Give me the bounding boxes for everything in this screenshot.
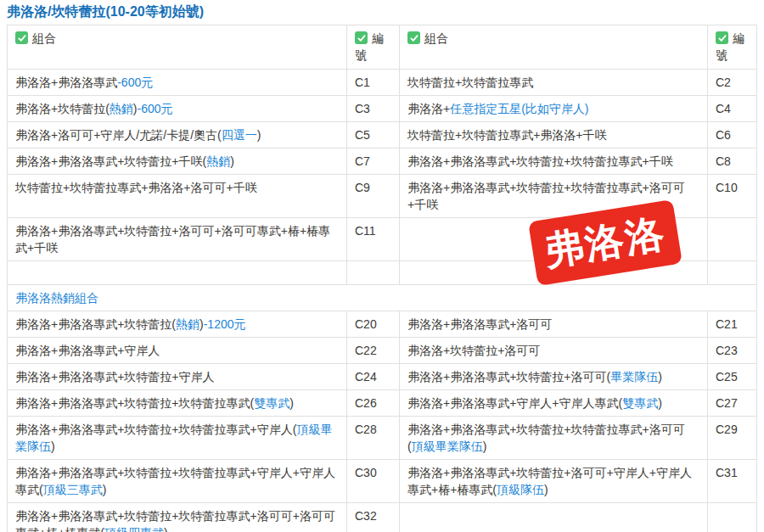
code-cell[interactable]: C32 (347, 503, 400, 532)
combo-cell[interactable]: 弗洛洛+弗洛洛專武+坎特蕾拉+坎特蕾拉專武+守岸人+守岸人專武(頂級三專武) (8, 460, 347, 503)
combo-text: 坎特蕾拉+坎特蕾拉專武 (407, 76, 533, 89)
combo-cell[interactable]: 弗洛洛+弗洛洛專武+坎特蕾拉+洛可可(畢業隊伍) (400, 364, 708, 390)
highlight-text: 熱銷 (176, 317, 199, 331)
code-cell[interactable]: C31 (708, 460, 757, 503)
code-cell[interactable]: C7 (347, 148, 400, 175)
code-cell[interactable] (708, 261, 757, 285)
header-combo-left: 組合 (8, 25, 347, 70)
code-cell[interactable] (708, 503, 757, 532)
combo-cell[interactable]: 弗洛洛+弗洛洛專武+坎特蕾拉+坎特蕾拉專武+守岸人(頂級畢業隊伍) (8, 417, 347, 460)
table-row: 弗洛洛+弗洛洛專武+守岸人C22弗洛洛+坎特蕾拉+洛可可C23 (8, 338, 757, 364)
table-row: 弗洛洛+弗洛洛專武+坎特蕾拉+坎特蕾拉專武+洛可可+洛可可專武+椿+椿專武(頂級… (8, 503, 757, 532)
combo-cell[interactable]: 弗洛洛+弗洛洛專武+坎特蕾拉+坎特蕾拉專武(雙專武) (8, 390, 347, 417)
checkbox-checked-icon[interactable] (716, 31, 728, 44)
highlight-text: 頂級三專武 (43, 483, 103, 496)
combo-cell[interactable]: 弗洛洛+弗洛洛專武+坎特蕾拉+坎特蕾拉專武+洛可可+洛可可專武+椿+椿專武(頂級… (8, 503, 347, 532)
combo-table: 組合 編號 編號組合 編號 弗洛洛+弗洛洛專武-600元C1坎特蕾拉+坎特蕾拉專… (7, 25, 757, 532)
header-combo-right: 編號組合 (400, 25, 708, 70)
page-title: 弗洛洛/坎特蕾拉(10-20等初始號) (7, 3, 764, 21)
code-cell[interactable]: C6 (708, 122, 757, 148)
combo-cell[interactable]: 弗洛洛+弗洛洛專武+坎特蕾拉+坎特蕾拉專武+千咲 (400, 148, 708, 175)
combo-cell[interactable]: 坎特蕾拉+坎特蕾拉專武+弗洛洛+洛可可+千咲 (8, 175, 347, 218)
table-row: 弗洛洛+弗洛洛專武+坎特蕾拉+坎特蕾拉專武+守岸人(頂級畢業隊伍)C28弗洛洛+… (8, 417, 757, 460)
combo-text: ) (483, 440, 487, 453)
table-row: 弗洛洛+弗洛洛專武+坎特蕾拉+守岸人C24弗洛洛+弗洛洛專武+坎特蕾拉+洛可可(… (8, 364, 757, 390)
combo-text: 弗洛洛+弗洛洛專武 (15, 76, 117, 89)
code-cell[interactable]: C26 (347, 390, 400, 417)
checkbox-checked-icon[interactable] (15, 31, 28, 44)
code-cell[interactable]: C20 (347, 311, 400, 338)
code-cell[interactable]: C8 (708, 148, 757, 175)
combo-text: 弗洛洛+弗洛洛專武+坎特蕾拉+坎特蕾拉專武+守岸人( (15, 423, 296, 436)
combo-text: 弗洛洛+弗洛洛專武+坎特蕾拉+洛可可+守岸人+守岸人專武+椿+椿專武( (407, 466, 692, 496)
code-cell[interactable]: C2 (708, 70, 757, 96)
combo-cell[interactable]: 弗洛洛+坎特蕾拉+洛可可 (400, 338, 708, 364)
table-row: 弗洛洛+弗洛洛專武+坎特蕾拉+坎特蕾拉專武+守岸人+守岸人專武(頂級三專武)C3… (8, 460, 757, 503)
combo-text: 弗洛洛+弗洛洛專武+守岸人 (15, 344, 160, 357)
code-cell[interactable]: C5 (347, 122, 400, 148)
code-cell[interactable]: C22 (347, 338, 400, 364)
combo-cell[interactable]: 弗洛洛+任意指定五星(比如守岸人) (400, 96, 708, 122)
combo-cell[interactable]: 坎特蕾拉+坎特蕾拉專武+弗洛洛+千咲 (400, 122, 708, 148)
section-title[interactable]: 弗洛洛熱銷組合 (8, 285, 757, 311)
table-header: 組合 編號 編號組合 編號 (8, 25, 757, 70)
code-cell[interactable]: C4 (708, 96, 757, 122)
table-row: 弗洛洛+弗洛洛專武+坎特蕾拉+千咲(熱銷)C7弗洛洛+弗洛洛專武+坎特蕾拉+坎特… (8, 148, 757, 175)
highlight-text: 雙專武 (622, 396, 658, 410)
code-cell[interactable]: C25 (708, 364, 757, 390)
combo-text: ) (257, 128, 261, 142)
checkbox-checked-icon[interactable] (355, 31, 368, 44)
combo-cell[interactable]: 弗洛洛+弗洛洛專武+坎特蕾拉+洛可可+守岸人+守岸人專武+椿+椿專武(頂級隊伍) (400, 460, 708, 503)
code-cell[interactable] (708, 218, 757, 261)
combo-cell[interactable] (400, 503, 708, 532)
code-cell[interactable]: C24 (347, 364, 400, 390)
combo-text: ) (544, 483, 548, 496)
header-label: 組合 (32, 31, 56, 45)
combo-text: 弗洛洛+坎特蕾拉( (15, 102, 110, 115)
highlight-text: 四選一 (222, 128, 257, 142)
combo-text: ) (658, 370, 662, 384)
code-cell[interactable]: C11 (347, 218, 400, 261)
code-cell[interactable]: C10 (708, 175, 757, 218)
combo-cell[interactable]: 弗洛洛+坎特蕾拉(熱銷)-600元 (8, 96, 347, 122)
combo-cell[interactable] (8, 261, 347, 285)
highlight-text: -1200元 (204, 317, 246, 331)
code-cell[interactable]: C23 (708, 338, 757, 364)
combo-text: 弗洛洛+弗洛洛專武+坎特蕾拉( (15, 317, 176, 331)
code-cell[interactable]: C29 (708, 417, 757, 460)
table-row: 弗洛洛+弗洛洛專武+坎特蕾拉+坎特蕾拉專武(雙專武)C26弗洛洛+弗洛洛專武+守… (8, 390, 757, 417)
header-code-left: 編號 (347, 25, 400, 70)
highlight-text: 畢業隊伍 (610, 370, 658, 384)
combo-cell[interactable]: 弗洛洛+弗洛洛專武+坎特蕾拉+守岸人 (8, 364, 347, 390)
combo-cell[interactable]: 弗洛洛+弗洛洛專武-600元 (8, 70, 347, 96)
highlight-text: 雙專武 (254, 396, 289, 410)
code-cell[interactable]: C30 (347, 460, 400, 503)
highlight-text: 頂級四專武 (104, 526, 164, 532)
combo-cell[interactable]: 弗洛洛+弗洛洛專武+守岸人 (8, 338, 347, 364)
highlight-text: -600元 (117, 76, 153, 89)
combo-text: 弗洛洛+弗洛洛專武+守岸人+守岸人專武( (407, 396, 622, 410)
checkbox-checked-icon[interactable] (407, 31, 420, 44)
code-cell[interactable]: C9 (347, 175, 400, 218)
combo-cell[interactable]: 弗洛洛+弗洛洛專武+洛可可 (400, 311, 708, 338)
table-row: 弗洛洛+弗洛洛專武+坎特蕾拉(熱銷)-1200元C20弗洛洛+弗洛洛專武+洛可可… (8, 311, 757, 338)
code-cell[interactable] (347, 261, 400, 285)
highlight-text: 頂級畢業隊伍 (412, 440, 483, 453)
combo-cell[interactable]: 弗洛洛+洛可可+守岸人/尤諾/卡提/奧古(四選一) (8, 122, 347, 148)
combo-text: 弗洛洛+弗洛洛專武+坎特蕾拉+洛可可+洛可可專武+椿+椿專武+千咲 (15, 224, 330, 255)
code-cell[interactable]: C1 (347, 70, 400, 96)
combo-cell[interactable]: 弗洛洛+弗洛洛專武+坎特蕾拉(熱銷)-1200元 (8, 311, 347, 338)
combo-cell[interactable]: 弗洛洛+弗洛洛專武+坎特蕾拉+千咲(熱銷) (8, 148, 347, 175)
combo-text: 弗洛洛+洛可可+守岸人/尤諾/卡提/奧古( (15, 128, 222, 142)
code-cell[interactable]: C27 (708, 390, 757, 417)
combo-cell[interactable]: 弗洛洛+弗洛洛專武+坎特蕾拉+坎特蕾拉專武+洛可可(頂級畢業隊伍) (400, 417, 708, 460)
highlight-text: 熱銷 (110, 102, 133, 115)
combo-cell[interactable]: 坎特蕾拉+坎特蕾拉專武 (400, 70, 708, 96)
code-cell[interactable]: C3 (347, 96, 400, 122)
highlight-text: 任意指定五星(比如守岸人) (450, 102, 588, 115)
combo-text: ) (51, 440, 55, 453)
code-cell[interactable]: C21 (708, 311, 757, 338)
combo-cell[interactable]: 弗洛洛+弗洛洛專武+坎特蕾拉+洛可可+洛可可專武+椿+椿專武+千咲 (8, 218, 347, 261)
code-cell[interactable]: C28 (347, 417, 400, 460)
combo-cell[interactable]: 弗洛洛+弗洛洛專武+守岸人+守岸人專武(雙專武) (400, 390, 708, 417)
